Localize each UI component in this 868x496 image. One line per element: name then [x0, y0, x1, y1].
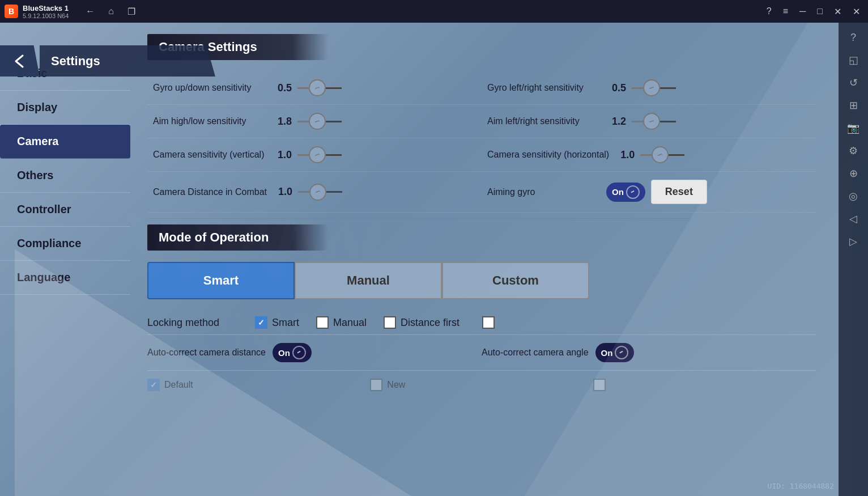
default-item: Default	[147, 379, 370, 391]
cam-distance-label: Camera Distance in Combat	[153, 187, 267, 197]
new-item: New	[370, 379, 593, 391]
aim-leftright-slider[interactable]	[632, 113, 676, 130]
gyro-leftright-row: Gyro left/right sensitivity 0.5	[482, 71, 816, 105]
close2-icon[interactable]: ✕	[849, 5, 863, 18]
cam-vertical-slider[interactable]	[297, 146, 342, 163]
gyro-leftright-slider[interactable]	[632, 79, 676, 96]
aim-highlow-knob[interactable]	[309, 113, 326, 130]
gyro-leftright-knob[interactable]	[643, 79, 660, 96]
autocorrect-angle-item: Auto-correct camera angle On	[482, 343, 816, 362]
aiming-gyro-value: On	[612, 187, 624, 197]
autocorrect-angle-toggle[interactable]: On	[595, 343, 635, 362]
rt-camera-icon[interactable]: 📷	[843, 118, 863, 138]
toggle-circle-icon	[626, 185, 640, 199]
locking-distance-label: Distance first	[401, 317, 459, 329]
new-checkbox[interactable]	[370, 379, 382, 391]
aiming-gyro-row: Aiming gyro On Reset	[482, 172, 816, 213]
locking-smart-item[interactable]: Smart	[255, 316, 299, 329]
smart-mode-button[interactable]: Smart	[147, 262, 295, 299]
minimize-icon[interactable]: ─	[796, 5, 809, 18]
reset-button[interactable]: Reset	[651, 180, 707, 204]
gyro-updown-slider[interactable]	[297, 79, 342, 96]
locking-manual-checkbox[interactable]	[316, 316, 329, 329]
cam-horizontal-slider[interactable]	[640, 146, 684, 163]
rt-refresh-icon[interactable]: ↺	[843, 73, 863, 93]
home-nav-icon[interactable]: ⌂	[105, 5, 117, 18]
aim-leftright-label: Aim left/right sensitivity	[487, 116, 601, 126]
camera-settings-grid: Gyro up/down sensitivity 0.5 Gyro left/r…	[147, 71, 816, 213]
back-button[interactable]	[0, 45, 40, 77]
new-label: New	[387, 380, 405, 390]
rt-expand-icon[interactable]: ◱	[843, 50, 863, 70]
divider-line	[147, 218, 691, 219]
app-icon: B	[5, 5, 18, 18]
rt-sync-icon[interactable]: ◎	[843, 186, 863, 206]
copy-nav-icon[interactable]: ❐	[124, 5, 139, 18]
cam-distance-value: 1.0	[273, 186, 292, 198]
locking-distance-checkbox[interactable]	[384, 316, 396, 329]
maximize-icon[interactable]: □	[814, 5, 826, 18]
cam-distance-knob[interactable]	[309, 184, 326, 201]
rt-settings-icon[interactable]: ⚙	[843, 141, 863, 161]
locking-row: Locking method Smart Manual Distance fir…	[147, 311, 816, 335]
content-area: Camera Settings Gyro up/down sensitivity…	[130, 23, 839, 496]
custom-mode-button[interactable]: Custom	[442, 262, 589, 299]
autocorrect-distance-toggle[interactable]: On	[273, 343, 312, 362]
col3-checkbox[interactable]	[593, 379, 606, 391]
cam-horizontal-row: Camera sensitivity (horizontal) 1.0	[482, 138, 816, 172]
rt-add-icon[interactable]: ⊞	[843, 95, 863, 116]
gyro-updown-value: 0.5	[272, 82, 292, 94]
default-row: Default New	[147, 371, 816, 399]
rt-left-arrow-icon[interactable]: ◁	[843, 209, 863, 229]
sidebar-item-display[interactable]: Display	[0, 91, 130, 125]
titlebar-nav: ← ⌂ ❐	[82, 5, 139, 18]
mode-buttons-group: Smart Manual Custom	[147, 262, 589, 299]
sidebar-item-compliance[interactable]: Compliance	[0, 227, 130, 261]
menu-icon[interactable]: ≡	[780, 5, 792, 18]
sidebar-item-controller[interactable]: Controller	[0, 193, 130, 227]
aim-leftright-value: 1.2	[606, 116, 626, 128]
back-nav-icon[interactable]: ←	[82, 5, 98, 18]
col3-item	[593, 379, 816, 391]
right-toolbar: ? ◱ ↺ ⊞ 📷 ⚙ ⊕ ◎ ◁ ▷	[839, 23, 868, 496]
cam-horizontal-value: 1.0	[615, 149, 635, 161]
sidebar-item-language[interactable]: Language	[0, 261, 130, 295]
settings-title-bar: Settings	[40, 45, 215, 77]
settings-header: Settings	[0, 45, 215, 77]
autocorrect-distance-label: Auto-correct camera distance	[147, 347, 266, 358]
app-name-group: BlueStacks 1 5.9.12.1003 N64	[23, 4, 69, 19]
sidebar: Basic Display Camera Others Controller C…	[0, 23, 130, 496]
aiming-gyro-toggle[interactable]: On	[606, 183, 645, 202]
cam-distance-slider[interactable]	[298, 184, 342, 201]
settings-title: Settings	[51, 54, 100, 69]
locking-extra-checkbox[interactable]	[482, 316, 495, 329]
aim-highlow-label: Aim high/low sensitivity	[153, 116, 266, 126]
default-checkbox[interactable]	[147, 379, 160, 391]
locking-smart-checkbox[interactable]	[255, 316, 267, 329]
sidebar-item-camera[interactable]: Camera	[0, 125, 130, 159]
cam-vertical-label: Camera sensitivity (vertical)	[153, 150, 266, 160]
autocorrect-angle-value: On	[601, 348, 613, 358]
rt-plus-icon[interactable]: ⊕	[843, 163, 863, 184]
sidebar-item-others[interactable]: Others	[0, 159, 130, 193]
locking-manual-item[interactable]: Manual	[316, 316, 367, 329]
cam-vertical-knob[interactable]	[309, 146, 326, 163]
rt-right-arrow-icon[interactable]: ▷	[843, 231, 863, 252]
manual-mode-button[interactable]: Manual	[295, 262, 442, 299]
locking-distance-item[interactable]: Distance first	[384, 316, 459, 329]
autocorrect-angle-label: Auto-correct camera angle	[482, 347, 589, 358]
watermark: UID: 1168044882	[768, 482, 834, 490]
gyro-updown-knob[interactable]	[309, 79, 326, 96]
autocorrect-angle-circle-icon	[615, 346, 628, 359]
aim-highlow-slider[interactable]	[297, 113, 342, 130]
close-icon[interactable]: ✕	[831, 5, 845, 18]
cam-distance-row: Camera Distance in Combat 1.0	[147, 172, 482, 213]
autocorrect-distance-item: Auto-correct camera distance On	[147, 343, 482, 362]
aim-leftright-row: Aim left/right sensitivity 1.2	[482, 105, 816, 138]
gyro-updown-label: Gyro up/down sensitivity	[153, 83, 266, 93]
titlebar-left: B BlueStacks 1 5.9.12.1003 N64 ← ⌂ ❐	[5, 4, 139, 19]
help-icon[interactable]: ?	[763, 5, 775, 18]
rt-help-icon[interactable]: ?	[843, 27, 863, 48]
cam-horizontal-knob[interactable]	[652, 146, 669, 163]
aim-leftright-knob[interactable]	[643, 113, 660, 130]
